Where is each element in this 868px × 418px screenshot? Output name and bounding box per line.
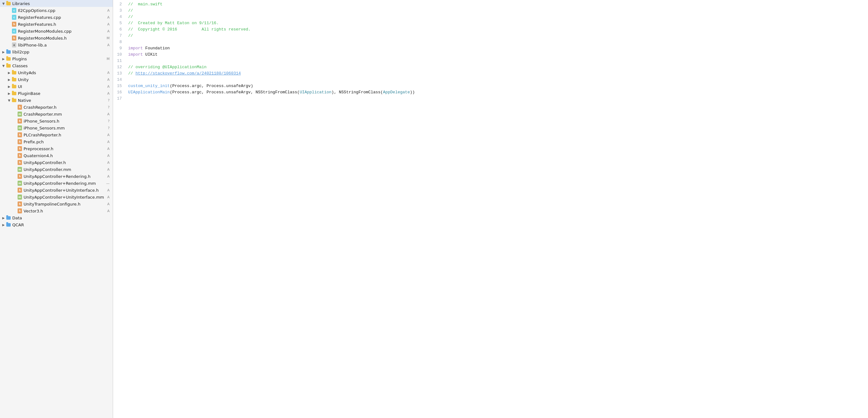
sidebar-item-ui[interactable]: ▶UIA	[0, 83, 113, 90]
line-content: import Foundation	[126, 45, 868, 52]
item-label: Classes	[12, 63, 112, 68]
file-icon	[6, 49, 11, 54]
sidebar-item-registermonomodules-cpp[interactable]: cRegisterMonoModules.cppA	[0, 28, 113, 35]
item-label: UnityAds	[18, 70, 105, 75]
sidebar-item-iphone-sensors-h[interactable]: hiPhone_Sensors.h?	[0, 118, 113, 124]
sidebar-item-crashreporter-mm[interactable]: mCrashReporter.mmA	[0, 111, 113, 118]
item-badge: ?	[108, 105, 110, 109]
file-icon	[11, 70, 17, 75]
item-label: UnityAppController+Rendering.h	[24, 174, 105, 179]
sidebar-item-unityappcontroller-rendering-mm[interactable]: mUnityAppController+Rendering.mm—	[0, 180, 113, 187]
sidebar-item-unityads[interactable]: ▶UnityAdsA	[0, 69, 113, 76]
sidebar-item-qcar[interactable]: ▶QCAR	[0, 221, 113, 228]
code-token: import	[128, 52, 143, 57]
item-badge: A	[107, 8, 110, 12]
item-label: Quaternion4.h	[24, 153, 105, 158]
line-number: 11	[113, 58, 126, 64]
sidebar-item-registermonomodules-h[interactable]: hRegisterMonoModules.hM	[0, 35, 113, 41]
file-icon	[6, 56, 11, 61]
sidebar-item-libiphone-lib[interactable]: alibiPhone-lib.aA	[0, 41, 113, 49]
code-line: 8	[113, 39, 868, 45]
item-label: PLCrashReporter.h	[24, 132, 105, 137]
item-label: Libraries	[12, 1, 112, 6]
line-number: 10	[113, 52, 126, 58]
line-content	[126, 77, 868, 83]
sidebar-item-libil2cpp[interactable]: ▶libil2cpp	[0, 49, 113, 55]
code-editor: 2// main.swift3//4//5// Created by Matt …	[113, 0, 868, 418]
line-number: 12	[113, 64, 126, 70]
file-icon: c	[11, 8, 17, 13]
line-content	[126, 39, 868, 45]
file-icon: m	[17, 125, 23, 130]
tree-arrow: ▼	[1, 64, 6, 67]
line-number: 17	[113, 95, 126, 102]
code-token: .	[189, 84, 192, 88]
item-badge: ?	[108, 98, 110, 102]
tree-arrow: ▶	[1, 57, 6, 61]
sidebar-item-quaternion4-h[interactable]: hQuaternion4.hA	[0, 152, 113, 159]
sidebar-item-unityappcontroller-unityinterface-h[interactable]: hUnityAppController+UnityInterface.hA	[0, 187, 113, 193]
code-token: , NSStringFromClass(	[251, 90, 300, 95]
item-label: libil2cpp	[12, 50, 112, 54]
file-icon: h	[17, 174, 23, 179]
code-line: 9import Foundation	[113, 45, 868, 52]
code-token: // main.swift	[128, 2, 162, 7]
item-badge: A	[107, 29, 110, 33]
file-icon: m	[17, 181, 23, 186]
sidebar-item-data[interactable]: ▶Data	[0, 214, 113, 221]
code-line: 16UIApplicationMain(Process.argc, Proces…	[113, 89, 868, 95]
item-badge: A	[107, 140, 110, 144]
code-line: 10import UIKit	[113, 52, 868, 58]
sidebar-item-libraries[interactable]: ▼Libraries	[0, 0, 113, 7]
code-token: // Created by Matt Eaton on 9/11/16.	[128, 21, 219, 26]
item-badge: A	[107, 91, 110, 95]
sidebar-item-unity[interactable]: ▶UnityA	[0, 76, 113, 83]
code-token: Foundation	[143, 46, 170, 51]
tree-arrow: ▶	[1, 216, 6, 220]
item-badge: ?	[108, 119, 110, 123]
sidebar-item-registerfeatures-cpp[interactable]: cRegisterFeatures.cppA	[0, 14, 113, 21]
sidebar-item-iphone-sensors-mm[interactable]: miPhone_Sensors.mm?	[0, 124, 113, 131]
code-token: //	[128, 14, 133, 19]
file-icon: h	[17, 118, 23, 123]
sidebar-item-unityappcontroller-unityinterface-mm[interactable]: mUnityAppController+UnityInterface.mmA	[0, 193, 113, 201]
item-badge: M	[107, 36, 110, 40]
code-token: //	[128, 33, 133, 38]
code-token: import	[128, 46, 143, 51]
sidebar-item-plcrashreporter-h[interactable]: hPLCrashReporter.hA	[0, 131, 113, 138]
line-content: //	[126, 14, 868, 20]
sidebar-item-unityappcontroller-mm[interactable]: mUnityAppController.mmA	[0, 166, 113, 173]
sidebar-item-il2cppoptions[interactable]: cIl2CppOptions.cppA	[0, 7, 113, 14]
line-number: 13	[113, 70, 126, 77]
code-line: 15custom_unity_init(Process.argc, Proces…	[113, 83, 868, 89]
sidebar-item-plugins[interactable]: ▶PluginsM	[0, 55, 113, 62]
line-content: // Created by Matt Eaton on 9/11/16.	[126, 20, 868, 26]
sidebar-item-unityappcontroller-rendering-h[interactable]: hUnityAppController+Rendering.hA	[0, 173, 113, 180]
line-content: // overriding @UIApplicationMain	[126, 64, 868, 70]
sidebar-item-preprocessor-h[interactable]: hPreprocessor.hA	[0, 145, 113, 152]
sidebar-item-pluginbase[interactable]: ▶PluginBaseA	[0, 90, 113, 97]
sidebar-item-native[interactable]: ▼Native?	[0, 97, 113, 104]
sidebar-item-crashreporter-h[interactable]: hCrashReporter.h?	[0, 104, 113, 111]
sidebar-item-registerfeatures-h[interactable]: hRegisterFeatures.hA	[0, 21, 113, 28]
sidebar-item-unityappcontroller-h[interactable]: hUnityAppController.hA	[0, 159, 113, 166]
item-badge: A	[107, 160, 110, 165]
code-token: (Process	[170, 90, 189, 95]
file-icon	[6, 63, 11, 68]
item-label: Unity	[18, 77, 105, 82]
sidebar-item-prefix-pch[interactable]: hPrefix.pchA	[0, 138, 113, 145]
tree-arrow: ▼	[1, 2, 6, 5]
code-token: argc	[192, 90, 202, 95]
line-number: 3	[113, 7, 126, 14]
item-badge: A	[107, 209, 110, 213]
file-icon: h	[17, 153, 23, 158]
item-badge: A	[107, 202, 110, 206]
code-link[interactable]: http://stackoverflow.com/a/24021180/1060…	[135, 71, 241, 76]
sidebar-item-vector3-h[interactable]: hVector3.hA	[0, 207, 113, 214]
code-token: //	[128, 71, 135, 76]
item-label: libiPhone-lib.a	[18, 43, 105, 48]
sidebar-item-classes[interactable]: ▼Classes	[0, 62, 113, 69]
sidebar-item-unitytrampolineconfigure-h[interactable]: hUnityTrampolineConfigure.hA	[0, 201, 113, 207]
code-line: 17	[113, 95, 868, 102]
file-icon: h	[17, 139, 23, 144]
